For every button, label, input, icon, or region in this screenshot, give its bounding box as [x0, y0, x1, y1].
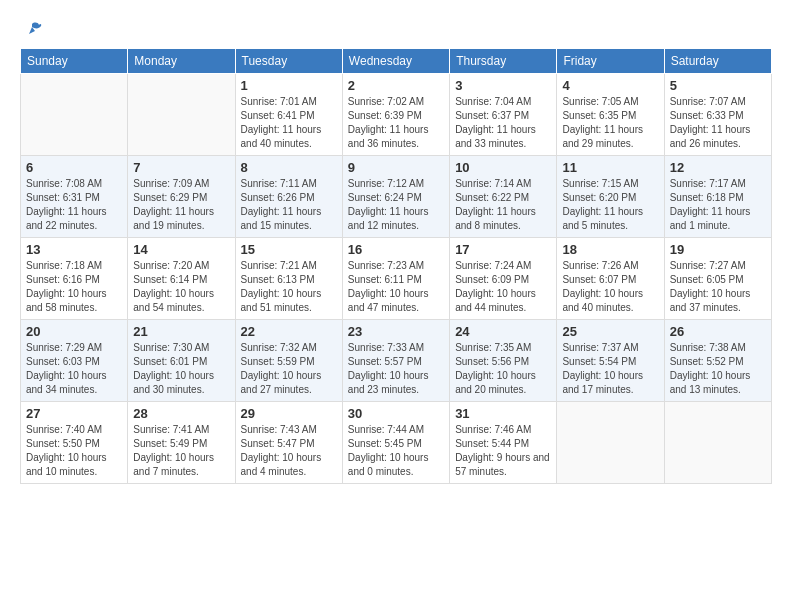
- day-number: 7: [133, 160, 229, 175]
- day-cell: 22Sunrise: 7:32 AM Sunset: 5:59 PM Dayli…: [235, 320, 342, 402]
- day-cell: [21, 74, 128, 156]
- day-cell: [557, 402, 664, 484]
- day-cell: 10Sunrise: 7:14 AM Sunset: 6:22 PM Dayli…: [450, 156, 557, 238]
- page-header: [20, 20, 772, 38]
- day-number: 9: [348, 160, 444, 175]
- day-number: 25: [562, 324, 658, 339]
- day-cell: 9Sunrise: 7:12 AM Sunset: 6:24 PM Daylig…: [342, 156, 449, 238]
- day-cell: 14Sunrise: 7:20 AM Sunset: 6:14 PM Dayli…: [128, 238, 235, 320]
- day-number: 18: [562, 242, 658, 257]
- day-info: Sunrise: 7:26 AM Sunset: 6:07 PM Dayligh…: [562, 259, 658, 315]
- day-cell: 16Sunrise: 7:23 AM Sunset: 6:11 PM Dayli…: [342, 238, 449, 320]
- day-cell: 12Sunrise: 7:17 AM Sunset: 6:18 PM Dayli…: [664, 156, 771, 238]
- day-number: 10: [455, 160, 551, 175]
- day-cell: 4Sunrise: 7:05 AM Sunset: 6:35 PM Daylig…: [557, 74, 664, 156]
- day-info: Sunrise: 7:29 AM Sunset: 6:03 PM Dayligh…: [26, 341, 122, 397]
- day-cell: 21Sunrise: 7:30 AM Sunset: 6:01 PM Dayli…: [128, 320, 235, 402]
- day-number: 4: [562, 78, 658, 93]
- day-cell: 5Sunrise: 7:07 AM Sunset: 6:33 PM Daylig…: [664, 74, 771, 156]
- day-number: 2: [348, 78, 444, 93]
- day-number: 26: [670, 324, 766, 339]
- day-info: Sunrise: 7:17 AM Sunset: 6:18 PM Dayligh…: [670, 177, 766, 233]
- day-info: Sunrise: 7:02 AM Sunset: 6:39 PM Dayligh…: [348, 95, 444, 151]
- day-info: Sunrise: 7:37 AM Sunset: 5:54 PM Dayligh…: [562, 341, 658, 397]
- week-row-3: 13Sunrise: 7:18 AM Sunset: 6:16 PM Dayli…: [21, 238, 772, 320]
- day-number: 6: [26, 160, 122, 175]
- day-cell: 8Sunrise: 7:11 AM Sunset: 6:26 PM Daylig…: [235, 156, 342, 238]
- day-info: Sunrise: 7:23 AM Sunset: 6:11 PM Dayligh…: [348, 259, 444, 315]
- day-cell: 30Sunrise: 7:44 AM Sunset: 5:45 PM Dayli…: [342, 402, 449, 484]
- day-info: Sunrise: 7:04 AM Sunset: 6:37 PM Dayligh…: [455, 95, 551, 151]
- day-cell: 19Sunrise: 7:27 AM Sunset: 6:05 PM Dayli…: [664, 238, 771, 320]
- weekday-header-friday: Friday: [557, 49, 664, 74]
- day-cell: 24Sunrise: 7:35 AM Sunset: 5:56 PM Dayli…: [450, 320, 557, 402]
- day-cell: 28Sunrise: 7:41 AM Sunset: 5:49 PM Dayli…: [128, 402, 235, 484]
- day-info: Sunrise: 7:09 AM Sunset: 6:29 PM Dayligh…: [133, 177, 229, 233]
- day-number: 1: [241, 78, 337, 93]
- weekday-header-sunday: Sunday: [21, 49, 128, 74]
- day-info: Sunrise: 7:44 AM Sunset: 5:45 PM Dayligh…: [348, 423, 444, 479]
- weekday-header-thursday: Thursday: [450, 49, 557, 74]
- day-number: 27: [26, 406, 122, 421]
- day-info: Sunrise: 7:20 AM Sunset: 6:14 PM Dayligh…: [133, 259, 229, 315]
- weekday-header-wednesday: Wednesday: [342, 49, 449, 74]
- day-info: Sunrise: 7:11 AM Sunset: 6:26 PM Dayligh…: [241, 177, 337, 233]
- logo-bird-icon: [21, 20, 43, 42]
- day-cell: 26Sunrise: 7:38 AM Sunset: 5:52 PM Dayli…: [664, 320, 771, 402]
- day-cell: 17Sunrise: 7:24 AM Sunset: 6:09 PM Dayli…: [450, 238, 557, 320]
- day-number: 15: [241, 242, 337, 257]
- weekday-header-saturday: Saturday: [664, 49, 771, 74]
- day-number: 31: [455, 406, 551, 421]
- day-cell: 29Sunrise: 7:43 AM Sunset: 5:47 PM Dayli…: [235, 402, 342, 484]
- day-info: Sunrise: 7:33 AM Sunset: 5:57 PM Dayligh…: [348, 341, 444, 397]
- day-number: 30: [348, 406, 444, 421]
- day-cell: 1Sunrise: 7:01 AM Sunset: 6:41 PM Daylig…: [235, 74, 342, 156]
- day-number: 11: [562, 160, 658, 175]
- day-cell: 3Sunrise: 7:04 AM Sunset: 6:37 PM Daylig…: [450, 74, 557, 156]
- day-info: Sunrise: 7:43 AM Sunset: 5:47 PM Dayligh…: [241, 423, 337, 479]
- day-info: Sunrise: 7:40 AM Sunset: 5:50 PM Dayligh…: [26, 423, 122, 479]
- day-cell: 31Sunrise: 7:46 AM Sunset: 5:44 PM Dayli…: [450, 402, 557, 484]
- weekday-header-monday: Monday: [128, 49, 235, 74]
- day-info: Sunrise: 7:18 AM Sunset: 6:16 PM Dayligh…: [26, 259, 122, 315]
- day-info: Sunrise: 7:14 AM Sunset: 6:22 PM Dayligh…: [455, 177, 551, 233]
- logo: [20, 20, 44, 38]
- day-info: Sunrise: 7:38 AM Sunset: 5:52 PM Dayligh…: [670, 341, 766, 397]
- weekday-header-row: SundayMondayTuesdayWednesdayThursdayFrid…: [21, 49, 772, 74]
- weekday-header-tuesday: Tuesday: [235, 49, 342, 74]
- day-info: Sunrise: 7:24 AM Sunset: 6:09 PM Dayligh…: [455, 259, 551, 315]
- day-cell: 6Sunrise: 7:08 AM Sunset: 6:31 PM Daylig…: [21, 156, 128, 238]
- week-row-4: 20Sunrise: 7:29 AM Sunset: 6:03 PM Dayli…: [21, 320, 772, 402]
- day-cell: 11Sunrise: 7:15 AM Sunset: 6:20 PM Dayli…: [557, 156, 664, 238]
- day-cell: 7Sunrise: 7:09 AM Sunset: 6:29 PM Daylig…: [128, 156, 235, 238]
- day-number: 17: [455, 242, 551, 257]
- day-number: 8: [241, 160, 337, 175]
- day-number: 16: [348, 242, 444, 257]
- week-row-1: 1Sunrise: 7:01 AM Sunset: 6:41 PM Daylig…: [21, 74, 772, 156]
- day-number: 22: [241, 324, 337, 339]
- day-info: Sunrise: 7:15 AM Sunset: 6:20 PM Dayligh…: [562, 177, 658, 233]
- day-info: Sunrise: 7:32 AM Sunset: 5:59 PM Dayligh…: [241, 341, 337, 397]
- day-info: Sunrise: 7:41 AM Sunset: 5:49 PM Dayligh…: [133, 423, 229, 479]
- day-number: 12: [670, 160, 766, 175]
- day-number: 20: [26, 324, 122, 339]
- day-info: Sunrise: 7:05 AM Sunset: 6:35 PM Dayligh…: [562, 95, 658, 151]
- day-cell: [664, 402, 771, 484]
- day-number: 3: [455, 78, 551, 93]
- day-number: 13: [26, 242, 122, 257]
- day-number: 21: [133, 324, 229, 339]
- day-number: 23: [348, 324, 444, 339]
- day-info: Sunrise: 7:21 AM Sunset: 6:13 PM Dayligh…: [241, 259, 337, 315]
- week-row-2: 6Sunrise: 7:08 AM Sunset: 6:31 PM Daylig…: [21, 156, 772, 238]
- day-number: 24: [455, 324, 551, 339]
- day-info: Sunrise: 7:27 AM Sunset: 6:05 PM Dayligh…: [670, 259, 766, 315]
- day-number: 19: [670, 242, 766, 257]
- day-number: 5: [670, 78, 766, 93]
- day-cell: 23Sunrise: 7:33 AM Sunset: 5:57 PM Dayli…: [342, 320, 449, 402]
- day-number: 14: [133, 242, 229, 257]
- day-number: 29: [241, 406, 337, 421]
- day-info: Sunrise: 7:01 AM Sunset: 6:41 PM Dayligh…: [241, 95, 337, 151]
- day-cell: 15Sunrise: 7:21 AM Sunset: 6:13 PM Dayli…: [235, 238, 342, 320]
- day-cell: 13Sunrise: 7:18 AM Sunset: 6:16 PM Dayli…: [21, 238, 128, 320]
- day-info: Sunrise: 7:46 AM Sunset: 5:44 PM Dayligh…: [455, 423, 551, 479]
